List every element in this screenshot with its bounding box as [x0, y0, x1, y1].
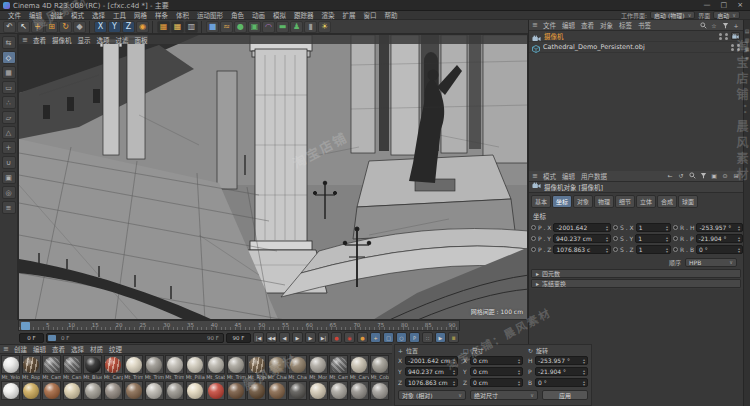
- coords-field-input[interactable]: 0 cm▴▾: [470, 378, 523, 387]
- material-thumb[interactable]: [329, 381, 348, 400]
- stepper-arrows[interactable]: ▴▾: [583, 380, 585, 386]
- stepper-arrows[interactable]: ▴▾: [666, 247, 668, 253]
- y-axis-lock-button[interactable]: Y: [108, 21, 121, 33]
- coords-field-input[interactable]: 940.237 cm▴▾: [405, 367, 458, 376]
- material-thumb[interactable]: [370, 381, 389, 400]
- keyframe-dot[interactable]: [673, 225, 678, 230]
- add-light-button[interactable]: ☀: [318, 21, 331, 33]
- menu-渲染[interactable]: 渲染: [318, 10, 339, 20]
- convert-editable-button[interactable]: ⇆: [2, 36, 16, 49]
- coords-field-input[interactable]: 0 °▴▾: [535, 378, 588, 387]
- material-thumb[interactable]: [186, 381, 205, 400]
- viewport-menu-icon[interactable]: ≡: [22, 36, 28, 44]
- stepper-arrows[interactable]: ▴▾: [518, 358, 520, 364]
- stepper-arrows[interactable]: ▴▾: [518, 380, 520, 386]
- close-button[interactable]: ×: [737, 0, 743, 11]
- viewport-menu-选项[interactable]: 选项: [93, 35, 112, 45]
- stepper-arrows[interactable]: ▴▾: [666, 225, 668, 231]
- coords-field-input[interactable]: 1076.863 cm▴▾: [405, 378, 458, 387]
- material-swatch[interactable]: [227, 381, 247, 400]
- model-mode-button[interactable]: ◇: [2, 51, 16, 64]
- viewport-canvas[interactable]: [19, 35, 528, 320]
- material-thumb[interactable]: [124, 355, 143, 374]
- frame-range-slider[interactable]: 0 F 90 F: [46, 333, 224, 343]
- keyframe-dot[interactable]: [673, 247, 678, 252]
- coords-field-input[interactable]: 0 cm▴▾: [470, 356, 523, 365]
- om-menu-编辑[interactable]: 编辑: [559, 20, 578, 30]
- key-position-button[interactable]: +: [370, 332, 381, 343]
- material-thumb[interactable]: [268, 381, 287, 400]
- viewport-filter-button[interactable]: ◎: [2, 186, 16, 199]
- material-swatch[interactable]: [124, 381, 144, 400]
- material-thumb[interactable]: [247, 381, 266, 400]
- panel-tab-icon[interactable]: ▤: [745, 28, 750, 34]
- menu-扩展[interactable]: 扩展: [339, 10, 360, 20]
- coordinate-input[interactable]: 1▴▾: [635, 234, 671, 243]
- material-swatch[interactable]: Mt_Rop: [247, 355, 267, 380]
- material-thumb[interactable]: [227, 355, 246, 374]
- stepper-arrows[interactable]: ▴▾: [453, 380, 455, 386]
- record-keyframe-button[interactable]: ●: [331, 332, 342, 343]
- autokeying-button[interactable]: ◉: [344, 332, 355, 343]
- stepper-arrows[interactable]: ▴▾: [583, 358, 585, 364]
- x-axis-lock-button[interactable]: X: [94, 21, 107, 33]
- material-swatch[interactable]: Mt_Blue: [83, 355, 103, 380]
- material-swatch[interactable]: [350, 381, 370, 400]
- menu-样条[interactable]: 样条: [151, 10, 172, 20]
- material-thumb[interactable]: [1, 381, 20, 400]
- history-icon[interactable]: ↺: [677, 172, 685, 180]
- material-thumb[interactable]: [22, 381, 41, 400]
- visibility-toggle[interactable]: [737, 44, 740, 51]
- back-icon[interactable]: ←: [666, 172, 674, 180]
- am-menu-模式[interactable]: 模式: [540, 171, 559, 181]
- om-menu-标签[interactable]: 标签: [616, 20, 635, 30]
- workplane-lock-button[interactable]: ▣: [2, 171, 16, 184]
- add-spline-pen-button[interactable]: ≈: [220, 21, 233, 33]
- material-thumb[interactable]: [288, 381, 307, 400]
- attribute-tab-坐标[interactable]: 坐标: [552, 195, 572, 208]
- material-thumb[interactable]: [63, 381, 82, 400]
- menu-网格[interactable]: 网格: [130, 10, 151, 20]
- add-subdivision-surface-button[interactable]: ●: [234, 21, 247, 33]
- move-tool-button[interactable]: +: [31, 21, 44, 33]
- object-name[interactable]: Cathedral_Demo_Persistent.obj: [543, 43, 645, 51]
- add-camera-button[interactable]: ▮: [304, 21, 317, 33]
- material-swatch[interactable]: [22, 381, 42, 400]
- section-bar-冻结变换[interactable]: ▸冻结变换: [531, 279, 741, 288]
- stepper-arrows[interactable]: ▴▾: [606, 225, 608, 231]
- material-swatch[interactable]: Mt_Mor: [309, 355, 329, 380]
- attribute-tab-球面[interactable]: 球面: [678, 195, 698, 208]
- material-menu-选择[interactable]: 选择: [68, 344, 87, 354]
- stepper-arrows[interactable]: ▴▾: [453, 369, 455, 375]
- material-swatch[interactable]: Mt_Rop: [22, 355, 42, 380]
- attribute-tab-细节[interactable]: 细节: [615, 195, 635, 208]
- layout-dropdown[interactable]: 启动 ∨: [713, 11, 740, 19]
- material-thumb[interactable]: [165, 355, 184, 374]
- render-to-picture-viewer-button[interactable]: ▦: [171, 21, 184, 33]
- om-menu-查看[interactable]: 查看: [578, 20, 597, 30]
- material-thumb[interactable]: [42, 381, 61, 400]
- material-thumb[interactable]: [350, 381, 369, 400]
- enable-axis-button[interactable]: +: [2, 141, 16, 154]
- coordinate-system-button[interactable]: ◉: [136, 21, 149, 33]
- material-swatch[interactable]: Mt_Trim: [165, 355, 185, 380]
- add-deformer-button[interactable]: ◠: [262, 21, 275, 33]
- visibility-toggle[interactable]: [725, 33, 728, 40]
- stepper-arrows[interactable]: ▴▾: [738, 225, 740, 231]
- menu-运动图形[interactable]: 运动图形: [193, 10, 227, 20]
- filter-icon[interactable]: [721, 21, 729, 29]
- stepper-arrows[interactable]: ▴▾: [518, 369, 520, 375]
- material-swatch[interactable]: [83, 381, 103, 400]
- material-swatch[interactable]: Mt_Chai: [268, 355, 288, 380]
- material-thumb[interactable]: [104, 355, 123, 374]
- om-menu-书签[interactable]: 书签: [635, 20, 654, 30]
- object-manager-empty-area[interactable]: [529, 53, 743, 171]
- grid-icon[interactable]: ⊞: [732, 172, 740, 180]
- material-swatch[interactable]: Mt_Yelo: [1, 355, 21, 380]
- material-thumb[interactable]: [22, 355, 41, 374]
- stepper-arrows[interactable]: ▴▾: [738, 247, 740, 253]
- search-icon[interactable]: [699, 21, 707, 29]
- goto-end-button[interactable]: ▶|: [318, 332, 329, 343]
- z-axis-lock-button[interactable]: Z: [122, 21, 135, 33]
- material-swatch[interactable]: [268, 381, 288, 400]
